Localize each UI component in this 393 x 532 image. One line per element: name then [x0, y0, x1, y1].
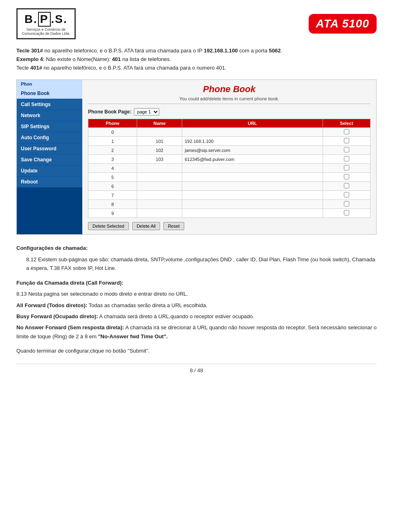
sidebar-item-update[interactable]: Update — [17, 165, 82, 177]
cell-phone: 8 — [88, 200, 137, 209]
funcao-title: Função da Chamada direta (Call Forward): — [16, 280, 124, 286]
table-row: 2102james@sip.server.com — [88, 146, 370, 155]
select-checkbox[interactable] — [344, 183, 349, 188]
config-section: Configurações de chamada: 8.12 Existem s… — [16, 244, 377, 272]
all-forward-line: All Forward (Todos diretos): Todas as ch… — [16, 301, 377, 310]
funcao-section: Função da Chamada direta (Call Forward):… — [16, 278, 377, 341]
page-label: Phone Book Page: — [88, 109, 131, 115]
sidebar-item-callsettings[interactable]: Call Settings — [17, 99, 82, 110]
table-row: 5 — [88, 173, 370, 182]
cell-url — [182, 164, 323, 173]
cell-select[interactable] — [323, 182, 370, 191]
select-checkbox[interactable] — [344, 138, 349, 143]
cell-name — [137, 128, 182, 137]
table-row: 3103612345@fwd.pulver.com — [88, 155, 370, 164]
no-answer-bold: "No-Answer fwd Time Out". — [98, 333, 167, 340]
select-checkbox[interactable] — [344, 174, 349, 179]
cell-name — [137, 182, 182, 191]
all-forward-text: Todas as chamadas serão direta a URL esc… — [87, 302, 207, 308]
col-header-select: Select — [323, 119, 370, 128]
col-header-phone: Phone — [88, 119, 137, 128]
no-answer-label: No Answer Forward (Sem resposta direta): — [16, 324, 124, 331]
select-checkbox[interactable] — [344, 201, 349, 206]
col-header-url: URL — [182, 119, 323, 128]
phonebook-title: Phone Book — [88, 84, 370, 95]
phonebook-ui: Phon Phone Book Call Settings Network SI… — [16, 79, 377, 235]
cell-phone: 9 — [88, 209, 137, 218]
sidebar-item-userpassword[interactable]: User Password — [17, 143, 82, 154]
cell-name — [137, 191, 182, 200]
phonebook-subtitle: You could add/delete items in current ph… — [88, 96, 370, 104]
select-checkbox[interactable] — [344, 129, 349, 134]
intro-line1: Tecle 301# no aparelho telefonico, e o B… — [16, 47, 377, 55]
cell-select[interactable] — [323, 128, 370, 137]
page-select[interactable]: page 1 page 2 — [134, 108, 159, 115]
no-answer-text: A chamada irá se direcionar à URL quando… — [124, 324, 306, 331]
no-answer-line: No Answer Forward (Sem resposta direta):… — [16, 323, 377, 341]
delete-selected-button[interactable]: Delete Selected — [88, 222, 129, 230]
cell-url — [182, 182, 323, 191]
cell-name — [137, 164, 182, 173]
cell-name: 103 — [137, 155, 182, 164]
table-row: 6 — [88, 182, 370, 191]
cell-url: 192.168.1.100 — [182, 137, 323, 146]
cell-select[interactable] — [323, 200, 370, 209]
select-checkbox[interactable] — [344, 147, 349, 152]
reset-button[interactable]: Reset — [163, 222, 184, 230]
cell-select[interactable] — [323, 155, 370, 164]
cell-url — [182, 191, 323, 200]
delete-all-button[interactable]: Delete All — [132, 222, 160, 230]
cell-phone: 6 — [88, 182, 137, 191]
sidebar-item-autoconfig[interactable]: Auto Config — [17, 132, 82, 143]
cell-url — [182, 173, 323, 182]
cell-name: 102 — [137, 146, 182, 155]
select-checkbox[interactable] — [344, 210, 349, 215]
busy-forward-label: Busy Forward (Ocupado direto): — [16, 313, 98, 319]
cell-url: james@sip.server.com — [182, 146, 323, 155]
sidebar-item-savechange[interactable]: Save Change — [17, 154, 82, 165]
cell-phone: 7 — [88, 191, 137, 200]
phonebook-page-row: Phone Book Page: page 1 page 2 — [88, 108, 370, 115]
logo: B.P.S. Serviços e Comércio de Comunicaçã… — [16, 8, 76, 39]
table-row: 7 — [88, 191, 370, 200]
sidebar-item-phonebook-top[interactable]: Phon — [17, 80, 82, 88]
table-row: 0 — [88, 128, 370, 137]
sidebar-item-reboot[interactable]: Reboot — [17, 177, 82, 188]
cell-name: 101 — [137, 137, 182, 146]
intro-block: Tecle 301# no aparelho telefonico, e o B… — [16, 47, 377, 72]
busy-forward-text: A chamada será direto à URL,quando o rec… — [98, 313, 254, 319]
cell-select[interactable] — [323, 191, 370, 200]
cell-select[interactable] — [323, 137, 370, 146]
cell-select[interactable] — [323, 164, 370, 173]
section-8-12: 8.12 Existem sub-páginas que são: chamad… — [26, 255, 377, 273]
sidebar-item-sip[interactable]: SIP Settings — [17, 121, 82, 132]
cell-phone: 3 — [88, 155, 137, 164]
select-checkbox[interactable] — [344, 156, 349, 161]
sidebar-item-network[interactable]: Network — [17, 110, 82, 121]
cell-url — [182, 128, 323, 137]
busy-forward-line: Busy Forward (Ocupado direto): A chamada… — [16, 312, 377, 321]
select-checkbox[interactable] — [344, 192, 349, 197]
submit-note-section: Quando terminar de configurar,clique no … — [16, 346, 377, 355]
select-checkbox[interactable] — [344, 165, 349, 170]
cell-select[interactable] — [323, 146, 370, 155]
sidebar-item-phonebook[interactable]: Phone Book — [17, 88, 82, 99]
cell-url — [182, 200, 323, 209]
cell-url: 612345@fwd.pulver.com — [182, 155, 323, 164]
cell-url — [182, 209, 323, 218]
section-8-13: 8.13 Nesta pagina ser selecionado o modo… — [16, 290, 377, 298]
logo-text: B.P.S. — [25, 12, 68, 27]
intro-line3: Tecle 401# no aparelho telefônico, e o B… — [16, 64, 377, 72]
table-row: 4 — [88, 164, 370, 173]
cell-select[interactable] — [323, 209, 370, 218]
phonebook-table: Phone Name URL Select 01101192.168.1.100… — [88, 119, 370, 218]
page-number: 8 / 48 — [190, 367, 203, 374]
cell-phone: 1 — [88, 137, 137, 146]
cell-select[interactable] — [323, 173, 370, 182]
phonebook-main-panel: Phone Book You could add/delete items in… — [82, 80, 376, 234]
cell-name — [137, 173, 182, 182]
config-title: Configurações de chamada: — [16, 245, 88, 251]
logo-subtext: Serviços e Comércio de Comunicação de Da… — [22, 27, 70, 36]
cell-phone: 4 — [88, 164, 137, 173]
cell-phone: 5 — [88, 173, 137, 182]
